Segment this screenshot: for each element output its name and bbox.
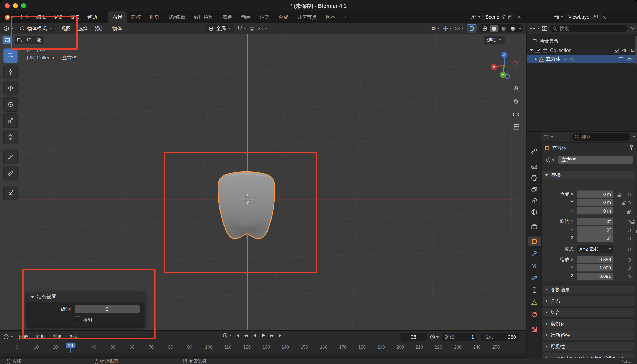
timeline-ruler[interactable]: 0 10 20 40 50 60 70 80 90 100 110 120 13… — [0, 341, 526, 352]
menu-object[interactable]: 物体 — [108, 23, 126, 34]
viewport-3d[interactable]: 物体模式 视图 选择 添加 物体 全局 — [0, 23, 526, 330]
prev-keyframe-button[interactable] — [243, 333, 248, 338]
menu-view[interactable]: 视图 — [57, 23, 74, 34]
rotate-tool[interactable] — [3, 97, 18, 112]
add-workspace-button[interactable]: + — [340, 12, 352, 23]
animate-dot-icon[interactable] — [628, 248, 631, 251]
tab-collection-icon[interactable] — [531, 224, 538, 230]
select-mode-intersect-button[interactable] — [34, 36, 44, 44]
tab-geometry-nodes[interactable]: 几何节点 — [293, 12, 321, 23]
level-value-field[interactable]: 2 — [75, 305, 140, 313]
tab-sculpting[interactable]: 雕刻 — [145, 12, 164, 23]
move-tool[interactable] — [3, 81, 18, 96]
tab-scripting[interactable]: 脚本 — [321, 12, 340, 23]
menu-file[interactable]: 文件 — [16, 12, 32, 23]
tab-texture-icon[interactable] — [531, 326, 538, 332]
options-dropdown[interactable]: 选项 — [484, 36, 504, 44]
scale-tool[interactable] — [3, 113, 18, 128]
menu-select[interactable]: 选择 — [74, 23, 92, 34]
scene-icon[interactable] — [470, 14, 476, 20]
chevron-down-icon[interactable] — [633, 136, 636, 138]
animate-dot-icon[interactable] — [628, 220, 631, 223]
eye-icon[interactable] — [622, 48, 628, 52]
eye-icon[interactable] — [627, 57, 632, 61]
lock-icon[interactable] — [631, 222, 634, 224]
autokey-toggle[interactable] — [223, 332, 232, 338]
lock-icon[interactable] — [622, 203, 625, 205]
zoom-button[interactable] — [510, 83, 522, 94]
timeline-scroll-strip[interactable] — [0, 352, 526, 358]
filter-icon[interactable] — [630, 26, 635, 31]
shading-rendered-button[interactable] — [508, 25, 517, 32]
pin-icon[interactable] — [502, 14, 506, 20]
copy-icon[interactable] — [594, 15, 598, 19]
tab-compositing[interactable]: 合成 — [274, 12, 293, 23]
collection-checkbox[interactable] — [535, 48, 540, 53]
scene-name-box[interactable]: Scene — [482, 13, 516, 22]
outliner-row-collection[interactable]: Collection — [527, 46, 637, 54]
transform-tool[interactable] — [3, 130, 18, 144]
animate-dot-icon[interactable] — [628, 258, 631, 262]
tab-tool-icon[interactable] — [531, 148, 538, 154]
tab-constraints-icon[interactable] — [531, 287, 538, 294]
keying-clock-button[interactable] — [430, 334, 438, 340]
tab-texture-paint[interactable]: 纹理绘制 — [190, 12, 218, 23]
frame-end-field[interactable]: 结束 250 — [480, 332, 519, 341]
scale-z-field[interactable]: 0.091 — [577, 272, 614, 280]
menu-marker[interactable]: 标记 — [66, 331, 83, 342]
mode-dropdown[interactable]: 物体模式 — [16, 24, 55, 33]
toggle-ortho-button[interactable] — [510, 121, 522, 132]
current-frame-field[interactable]: 28 — [400, 332, 427, 341]
menu-view[interactable]: 视图 — [49, 331, 66, 342]
play-reverse-button[interactable] — [252, 333, 257, 338]
tab-viewlayer-icon[interactable] — [531, 186, 538, 192]
tab-modifiers-icon[interactable] — [531, 250, 538, 257]
properties-editor-type-button[interactable] — [544, 134, 553, 140]
camera-view-button[interactable] — [510, 108, 522, 120]
tab-layout[interactable]: 布局 — [108, 12, 127, 23]
menu-playback[interactable]: 回放 — [15, 331, 32, 342]
menu-window[interactable]: 窗口 — [66, 12, 84, 23]
tab-material-icon[interactable] — [531, 311, 538, 318]
select-mode-set-button[interactable] — [2, 36, 12, 44]
jump-to-start-button[interactable] — [235, 333, 240, 338]
tab-object-data-icon[interactable] — [531, 299, 538, 306]
cursor-tool[interactable] — [3, 65, 18, 79]
location-x-field[interactable]: 0 m — [577, 190, 614, 198]
animate-dot-icon[interactable] — [628, 237, 631, 240]
rotation-z-field[interactable]: 0° — [577, 234, 614, 242]
gizmos-dropdown[interactable] — [443, 26, 452, 31]
scale-y-field[interactable]: 1.000 — [577, 264, 614, 272]
collapse-icon[interactable] — [31, 296, 34, 298]
next-keyframe-button[interactable] — [270, 333, 275, 338]
animate-dot-icon[interactable] — [628, 229, 631, 232]
blender-logo-icon[interactable] — [4, 14, 10, 20]
falloff-dropdown[interactable] — [258, 26, 267, 31]
object-type-button[interactable] — [544, 156, 556, 164]
animate-dot-icon[interactable] — [628, 201, 631, 204]
panel-relations[interactable]: 关系 — [542, 296, 636, 306]
overlays-dropdown[interactable] — [454, 26, 464, 31]
xray-toggle[interactable] — [467, 24, 476, 33]
animate-dot-icon[interactable] — [628, 266, 631, 270]
rotation-mode-dropdown[interactable]: XYZ 欧拉 — [577, 246, 614, 253]
playhead[interactable] — [70, 348, 71, 352]
tab-render-icon[interactable] — [531, 163, 538, 170]
relative-checkbox[interactable] — [75, 316, 80, 322]
box-select-tool[interactable] — [3, 48, 18, 63]
animate-dot-icon[interactable] — [628, 193, 631, 196]
properties-search-field[interactable]: 搜索 — [572, 133, 630, 141]
monitor-icon[interactable] — [618, 57, 624, 61]
panel-visibility[interactable]: 可见性 — [542, 341, 636, 352]
viewlayer-icon[interactable] — [553, 14, 560, 20]
pin-icon[interactable] — [629, 145, 634, 150]
tab-particles-icon[interactable] — [531, 262, 538, 269]
shading-wireframe-button[interactable] — [480, 25, 489, 32]
tab-uv-editing[interactable]: UV编辑 — [164, 12, 190, 23]
shading-solid-button[interactable] — [490, 25, 498, 32]
tab-physics-icon[interactable] — [531, 275, 538, 281]
pan-hand-button[interactable] — [510, 96, 522, 107]
rotation-x-field[interactable]: 0° — [577, 218, 614, 225]
location-y-field[interactable]: 0 m — [577, 199, 614, 206]
copy-icon[interactable] — [508, 15, 512, 19]
